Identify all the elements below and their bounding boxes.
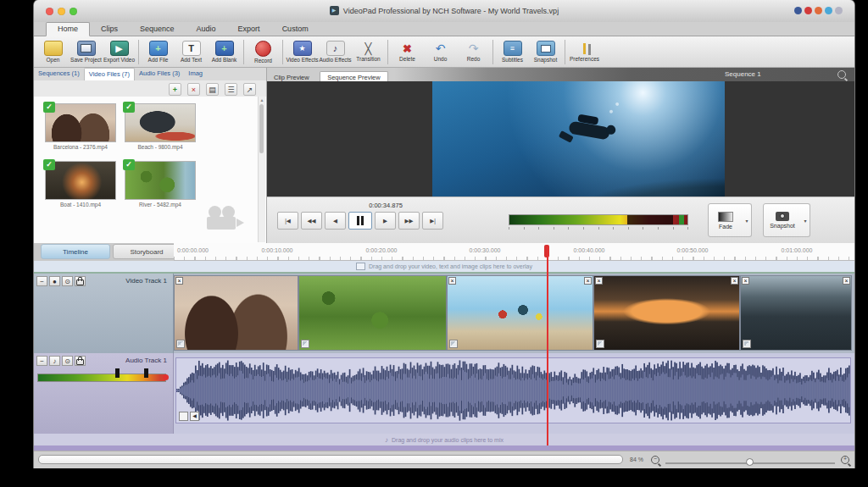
collapse-track-icon[interactable]: − [36,276,47,286]
tab-audio[interactable]: Audio [186,23,227,36]
storyboard-view-tab[interactable]: Storyboard [113,244,181,259]
zoom-in-icon[interactable]: + [841,456,849,464]
clip-effect-badge[interactable] [743,340,751,348]
pause-button[interactable] [348,212,372,230]
scroll-up-icon[interactable]: ▲ [259,97,265,102]
level-handle[interactable] [115,368,120,378]
clip-effect-badge[interactable] [301,340,309,348]
add-text-button[interactable]: TAdd Text [175,37,208,66]
media-item-barcelona[interactable]: ✓ Barcelona - 2376.mp4 [42,103,119,150]
audio-clip-badge[interactable]: ◀ [190,412,199,421]
preferences-button[interactable]: Preferences [568,37,601,66]
fast-forward-button[interactable]: ▶▶ [398,212,420,230]
clip-effect-badge[interactable] [596,340,604,348]
delete-button[interactable]: ✖Delete [391,37,424,66]
fade-dropdown-button[interactable]: ▾ [743,203,752,237]
audio-effects-button[interactable]: ♪Audio Effects [319,37,352,66]
bin-tab-audio-files[interactable]: Audio Files (3) [135,68,184,80]
twitter-icon[interactable] [825,7,832,14]
media-item-boat[interactable]: ✓ Boat - 1410.mp4 [42,161,119,208]
timeline-clip-beach[interactable]: × × [447,275,593,351]
level-handle[interactable] [144,368,148,378]
media-item-river[interactable]: ✓ River - 5482.mp4 [122,161,198,208]
transition-x-icon[interactable]: × [843,277,850,285]
add-blank-button[interactable]: +Add Blank [208,37,241,66]
used-check-icon: ✓ [123,159,135,170]
timeline-clip-sunset[interactable]: × × [593,275,740,351]
tab-home[interactable]: Home [46,22,90,36]
zoom-slider-handle[interactable] [746,458,754,466]
transition-x-icon[interactable]: × [448,277,456,285]
clip-effect-badge[interactable] [176,340,185,348]
undo-button[interactable]: ↶Undo [424,37,457,66]
lock-track-icon[interactable] [75,276,86,286]
audio-clip-badge[interactable] [179,412,188,421]
track-visibility-icon[interactable]: ⊙ [62,356,73,366]
youtube-icon[interactable] [804,7,812,14]
save-project-button[interactable]: Save Project [70,37,103,66]
lock-track-icon[interactable] [75,356,86,366]
time-ruler[interactable]: 0:00:00.000 0:00:10.000 0:00:20.000 0:00… [174,243,854,261]
media-item-beach[interactable]: ✓ Beach - 9800.mp4 [122,103,198,150]
tab-sequence[interactable]: Sequence [129,23,186,36]
go-to-start-button[interactable]: |◀ [277,212,298,230]
tab-clips[interactable]: Clips [90,23,129,36]
tab-custom[interactable]: Custom [271,23,320,36]
facebook-icon[interactable] [794,7,802,14]
horizontal-scrollbar[interactable] [38,455,623,464]
previous-frame-button[interactable]: ◀ [325,212,346,230]
video-frame-scuba-diver[interactable] [432,81,725,196]
audio-track-content[interactable]: ◀ [174,353,854,434]
transition-x-icon[interactable]: × [584,277,592,285]
google-plus-icon[interactable] [815,7,822,14]
next-frame-button[interactable]: ▶ [375,212,396,230]
fade-button[interactable]: Fade [708,203,743,237]
timeline-view-tab[interactable]: Timeline [41,244,110,259]
record-button[interactable]: Record [247,37,280,66]
subtitles-button[interactable]: ≡Subtitles [496,37,529,66]
video-effects-icon: ★ [293,41,312,56]
track-visibility-icon[interactable]: ⊙ [62,276,73,286]
more-social-icon[interactable] [835,7,843,14]
rewind-button[interactable]: ◀◀ [301,212,322,230]
record-track-icon[interactable]: ● [49,276,60,286]
bin-tab-sequences[interactable]: Sequences (1) [34,68,84,80]
track-audio-icon[interactable]: ♪ [49,356,60,366]
playhead-line[interactable] [547,246,548,445]
redo-button[interactable]: ↷Redo [457,37,490,66]
collapse-track-icon[interactable]: − [36,356,47,366]
bin-select-icon[interactable]: ↗ [243,83,256,96]
export-video-button[interactable]: ▶Export Video [103,37,136,66]
snapshot-toolbar-button[interactable]: Snapshot [529,37,562,66]
transition-button[interactable]: ╳Transition [352,37,385,66]
transition-x-icon[interactable]: × [731,277,738,285]
preview-zoom-icon[interactable] [837,70,846,79]
bin-vertical-scrollbar[interactable]: ▲ [258,97,265,242]
snapshot-dropdown-button[interactable]: ▾ [801,203,810,237]
bin-tab-images[interactable]: Imag [184,68,207,80]
audio-track-header[interactable]: − ♪ ⊙ Audio Track 1 [34,353,174,434]
add-file-button[interactable]: +Add File [142,37,175,66]
timeline-clip-barcelona[interactable]: × [174,275,298,351]
tab-export[interactable]: Export [227,23,271,36]
scrollbar-thumb[interactable] [259,104,264,153]
bin-grid-view-icon[interactable]: ▤ [206,83,219,96]
zoom-out-icon[interactable]: − [651,456,659,464]
go-to-end-button[interactable]: ▶| [422,212,443,230]
bin-add-icon[interactable]: + [169,83,181,96]
bin-delete-icon[interactable]: × [187,83,200,96]
video-track-content[interactable]: × × × × × [174,274,854,353]
snapshot-button[interactable]: Snapshot [763,203,802,237]
video-effects-button[interactable]: ★Video Effects [286,37,319,66]
timeline-clip-lake[interactable]: × × [740,275,852,351]
timeline-clip-river[interactable] [298,275,447,351]
clip-effect-badge[interactable] [449,340,458,348]
transition-x-icon[interactable]: × [175,277,183,285]
open-button[interactable]: Open [36,37,70,66]
video-track-header[interactable]: − ● ⊙ Video Track 1 [34,274,174,353]
audio-clip-waveform[interactable]: ◀ [175,357,851,423]
bin-tab-video-files[interactable]: Video Files (7) [84,68,135,80]
bin-list-view-icon[interactable]: ☰ [225,83,237,96]
transition-x-icon[interactable]: × [595,277,603,285]
transition-x-icon[interactable]: × [742,277,749,285]
